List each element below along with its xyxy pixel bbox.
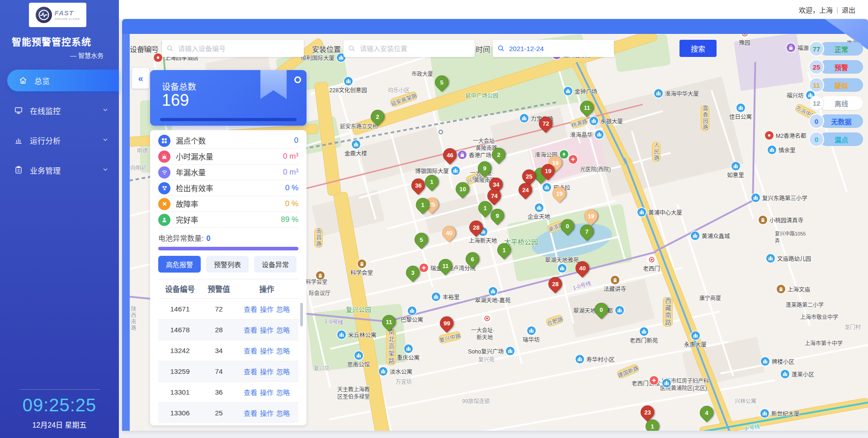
- action-查看[interactable]: 查看: [244, 326, 257, 334]
- action-忽略[interactable]: 忽略: [276, 368, 290, 376]
- sidebar-item-run-analysis[interactable]: 运行分析: [0, 129, 119, 151]
- action-忽略[interactable]: 忽略: [276, 389, 290, 396]
- map-marker[interactable]: 23: [638, 403, 657, 422]
- map-poi[interactable]: 老西门新苑: [626, 327, 662, 344]
- map-poi[interactable]: 重庆公寓: [390, 344, 426, 362]
- action-查看[interactable]: 查看: [244, 410, 257, 417]
- action-操作[interactable]: 操作: [260, 368, 274, 376]
- action-查看[interactable]: 查看: [244, 306, 257, 313]
- sidebar-item-overview[interactable]: 总览: [7, 70, 119, 91]
- action-操作[interactable]: 操作: [260, 326, 274, 334]
- map-poi[interactable]: [569, 155, 582, 164]
- map-poi[interactable]: 金钟广场: [564, 87, 599, 95]
- map-poi[interactable]: 牌楼小区: [761, 357, 797, 366]
- map-poi[interactable]: 228文化创意园: [330, 77, 366, 94]
- marker-value: 28: [473, 224, 479, 231]
- action-操作[interactable]: 操作: [260, 389, 274, 396]
- building-icon: [595, 130, 604, 139]
- map-poi[interactable]: 黄浦中心大厦: [637, 208, 684, 217]
- device-id-input[interactable]: [177, 44, 304, 53]
- map-poi[interactable]: 永银大厦: [590, 117, 625, 125]
- search-button[interactable]: 搜索: [679, 40, 717, 57]
- building-icon: [337, 330, 346, 339]
- clock-date: 12月24日 星期五: [0, 419, 119, 430]
- map-poi[interactable]: 黄浦众鑫城: [691, 231, 732, 240]
- action-查看[interactable]: 查看: [244, 389, 257, 396]
- tab-预警列表[interactable]: 预警列表: [206, 256, 249, 273]
- map-poi[interactable]: 巴黎公寓: [394, 306, 430, 324]
- map-poi[interactable]: 上海文庙: [777, 285, 812, 293]
- search-icon: [166, 45, 174, 52]
- map-poi[interactable]: [650, 376, 663, 385]
- logout-button[interactable]: 退出: [842, 5, 855, 14]
- legend-正常[interactable]: 77正常: [809, 41, 863, 57]
- action-操作[interactable]: 操作: [260, 347, 274, 355]
- table-scrollbar[interactable]: [300, 303, 303, 326]
- action-忽略[interactable]: 忽略: [276, 410, 290, 417]
- legend-漏点[interactable]: 0漏点: [809, 132, 863, 147]
- map-poi[interactable]: 思南公馆: [340, 351, 377, 368]
- map-poi[interactable]: [302, 271, 338, 280]
- map-poi[interactable]: 复兴东路第三小学: [751, 193, 810, 202]
- map-poi[interactable]: 翠湖天地-嘉苑: [475, 287, 511, 304]
- map-poi[interactable]: 新世纪大厦: [760, 409, 802, 418]
- cluster-icon: [158, 182, 170, 194]
- map-marker[interactable]: 99: [437, 314, 456, 333]
- map-poi[interactable]: 米丘林公寓: [337, 330, 379, 339]
- sidebar-item-online-monitor[interactable]: 在线监控: [0, 99, 119, 121]
- action-操作[interactable]: 操作: [260, 306, 274, 313]
- map-poi[interactable]: 翠湖天地雅苑: [544, 255, 580, 273]
- legend-label: 离线: [820, 96, 863, 110]
- legend-离线[interactable]: 12离线: [809, 95, 863, 111]
- legend-无数据[interactable]: 0无数据: [809, 113, 863, 129]
- map-poi[interactable]: 香港广场: [458, 151, 494, 159]
- action-忽略[interactable]: 忽略: [276, 306, 290, 313]
- map-poi-label: 新世纪大厦: [771, 409, 800, 418]
- map-poi[interactable]: 法藏讲寺: [597, 276, 633, 293]
- map-poi[interactable]: 科学会堂: [344, 259, 380, 277]
- map-poi[interactable]: 金鹿大楼: [338, 140, 374, 157]
- building-icon: [640, 327, 648, 336]
- tab-高危报警[interactable]: 高危报警: [158, 256, 201, 273]
- collapse-panel-button[interactable]: «: [132, 68, 149, 89]
- map-poi[interactable]: 佳日公寓: [722, 104, 759, 121]
- marker-value: 34: [493, 181, 499, 188]
- action-操作[interactable]: 操作: [260, 410, 274, 417]
- logo-pulse-icon: [36, 7, 52, 23]
- tab-设备异常[interactable]: 设备异常: [254, 256, 297, 273]
- map-poi[interactable]: 永惠大厦: [677, 331, 713, 349]
- marker-value: 3: [411, 269, 414, 276]
- map-poi[interactable]: 企业天地: [521, 203, 557, 221]
- map-label: 西藏南路: [663, 297, 673, 327]
- map-poi[interactable]: 老西门: [633, 255, 670, 273]
- map-poi[interactable]: 瑞华坊: [513, 326, 549, 344]
- map-poi[interactable]: M2香港名都: [765, 131, 808, 140]
- install-location-input[interactable]: [359, 44, 475, 53]
- map-marker[interactable]: 24: [516, 180, 535, 199]
- map-marker[interactable]: 11: [436, 256, 455, 275]
- map-poi[interactable]: [469, 314, 505, 323]
- date-input[interactable]: [508, 44, 614, 53]
- legend-疑似[interactable]: 11疑似: [809, 77, 863, 93]
- map-poi[interactable]: 如意里: [717, 162, 754, 179]
- map-poi[interactable]: 淡水公寓: [379, 367, 415, 376]
- map-poi[interactable]: 丰裕里: [432, 292, 462, 301]
- map-poi[interactable]: 淮海中华大厦: [654, 89, 701, 98]
- action-查看[interactable]: 查看: [244, 347, 257, 355]
- map-poi[interactable]: 淮海晶华: [568, 130, 604, 139]
- map-poi[interactable]: 寿华村小区: [576, 355, 617, 363]
- action-查看[interactable]: 查看: [244, 368, 257, 376]
- sidebar-item-business-mgmt[interactable]: 业务管理: [0, 159, 119, 181]
- map-poi[interactable]: 博银国际大厦: [413, 166, 460, 175]
- legend-预警[interactable]: 25预警: [809, 59, 863, 75]
- action-忽略[interactable]: 忽略: [276, 347, 290, 355]
- building-icon: [781, 370, 789, 378]
- map-poi[interactable]: 慎余里: [768, 146, 798, 154]
- map-poi[interactable]: 文庙路幼儿园: [766, 254, 813, 263]
- map-poi-label: 淮海中华大厦: [665, 89, 699, 98]
- building-icon: [451, 166, 460, 175]
- map-poi[interactable]: 小桃园清真寺: [759, 216, 806, 224]
- action-忽略[interactable]: 忽略: [276, 326, 290, 334]
- map-poi[interactable]: 蓬莱小区: [781, 370, 816, 378]
- map-poi[interactable]: Soho复兴广场: [466, 347, 514, 355]
